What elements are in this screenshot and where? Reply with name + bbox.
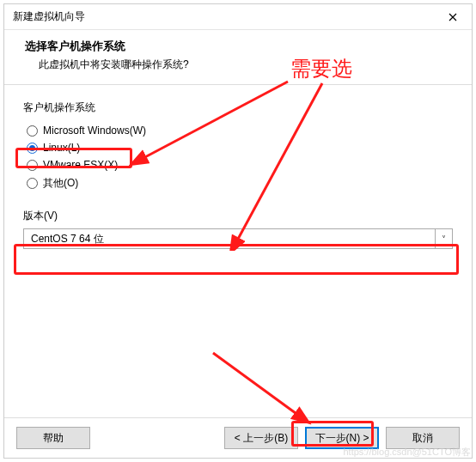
version-select[interactable]: CentOS 7 64 位 ˅ [23,228,453,249]
radio-label: 其他(O) [43,176,78,191]
header: 选择客户机操作系统 此虚拟机中将安装哪种操作系统? [4,30,472,85]
radio-label: Microsoft Windows(W) [43,125,146,137]
os-group-label: 客户机操作系统 [23,100,453,115]
header-title: 选择客户机操作系统 [25,39,451,54]
radio-linux[interactable]: Linux(L) [23,141,453,155]
wizard-dialog: 新建虚拟机向导 选择客户机操作系统 此虚拟机中将安装哪种操作系统? 客户机操作系… [3,3,473,459]
radio-windows[interactable]: Microsoft Windows(W) [23,124,453,137]
header-subtitle: 此虚拟机中将安装哪种操作系统? [25,58,451,72]
close-button[interactable] [436,5,470,29]
radio-icon [27,125,38,137]
radio-icon [27,160,38,171]
close-icon [449,13,457,21]
body: 客户机操作系统 Microsoft Windows(W) Linux(L) VM… [4,85,472,417]
radio-label: Linux(L) [43,142,80,154]
radio-icon [27,143,38,154]
next-button[interactable]: 下一步(N) > [305,427,379,449]
window-title: 新建虚拟机向导 [13,9,85,24]
radio-label: VMware ESX(X) [43,159,118,171]
titlebar: 新建虚拟机向导 [4,4,472,30]
radio-vmware-esx[interactable]: VMware ESX(X) [23,158,453,172]
version-label: 版本(V) [23,209,453,223]
help-button[interactable]: 帮助 [16,427,90,449]
version-value: CentOS 7 64 位 [24,232,435,246]
radio-icon [27,178,38,189]
back-button[interactable]: < 上一步(B) [224,427,298,449]
cancel-button[interactable]: 取消 [386,427,460,449]
footer: 帮助 < 上一步(B) 下一步(N) > 取消 [4,417,472,458]
radio-other[interactable]: 其他(O) [23,175,453,191]
chevron-down-icon: ˅ [435,229,452,248]
